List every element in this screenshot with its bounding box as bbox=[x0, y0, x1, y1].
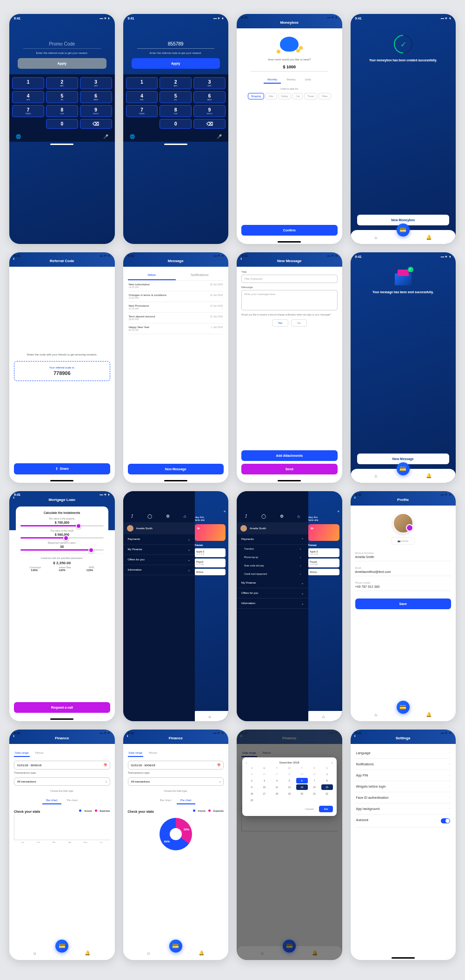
key-2[interactable]: 2ABC bbox=[46, 77, 78, 89]
setting-item[interactable]: Face ID authentication› bbox=[355, 792, 452, 803]
name-input[interactable]: Amelia Smith bbox=[355, 555, 452, 559]
tab-bar-chart[interactable]: Bar chart bbox=[42, 797, 61, 804]
cal-day[interactable]: 9 bbox=[246, 784, 258, 790]
save-button[interactable]: Save bbox=[355, 599, 452, 609]
key-0[interactable]: 0 bbox=[46, 119, 78, 129]
cal-day[interactable]: 4 bbox=[271, 778, 283, 783]
key-6[interactable]: 6MNO bbox=[80, 91, 112, 103]
logout-icon[interactable]: ⤴ bbox=[131, 514, 133, 519]
tab-date-range[interactable]: Date range bbox=[128, 750, 144, 757]
chip-hobby[interactable]: Hobby bbox=[278, 93, 291, 99]
share-button[interactable]: ⇧Share bbox=[14, 463, 110, 474]
key-5[interactable]: 5JKL bbox=[46, 91, 78, 103]
avatar[interactable] bbox=[393, 513, 413, 533]
user-icon[interactable]: ◯ bbox=[261, 514, 266, 519]
cal-day[interactable]: 11 bbox=[271, 784, 283, 790]
calendar-icon[interactable]: 📅 bbox=[217, 763, 220, 767]
period-daily[interactable]: Daily bbox=[301, 76, 315, 84]
globe-icon[interactable]: 🌐 bbox=[16, 134, 21, 139]
back-icon[interactable]: ‹ bbox=[240, 256, 242, 261]
bell-icon[interactable]: 🔔 bbox=[426, 712, 432, 717]
back-icon[interactable]: ‹ bbox=[127, 733, 128, 738]
key-1[interactable]: 1 bbox=[126, 77, 158, 89]
drawer-info[interactable]: Information⌄ bbox=[237, 599, 308, 609]
key-2[interactable]: 2ABC bbox=[159, 77, 192, 89]
promo-input[interactable]: 855789 bbox=[137, 39, 215, 49]
cal-day[interactable]: 15 bbox=[321, 784, 333, 790]
key-7[interactable]: 7PQRS bbox=[126, 105, 158, 117]
key-8[interactable]: 8TUV bbox=[46, 105, 78, 117]
user-icon[interactable]: ◯ bbox=[147, 514, 152, 519]
drawer-item[interactable]: Payments⌄ bbox=[123, 534, 195, 545]
home-icon[interactable]: ⌂ bbox=[33, 950, 36, 955]
tab-date-range[interactable]: Date range bbox=[14, 750, 30, 757]
apply-button[interactable]: Apply bbox=[18, 58, 106, 69]
fab-card-icon[interactable]: 💳 bbox=[397, 224, 410, 237]
bell-icon[interactable]: 🔔 bbox=[85, 950, 90, 955]
gear-icon[interactable]: ⚙ bbox=[280, 514, 284, 519]
key-3[interactable]: 3DEF bbox=[193, 77, 226, 89]
key-blank[interactable] bbox=[126, 119, 158, 129]
cal-day[interactable]: 10 bbox=[259, 784, 270, 790]
cal-next[interactable]: › bbox=[332, 761, 332, 764]
back-icon[interactable]: ‹ bbox=[13, 733, 14, 738]
message-item[interactable]: New Promotions10:15 AM14 Jan 2019› bbox=[128, 302, 224, 313]
mic-icon[interactable]: 🎤 bbox=[103, 134, 108, 139]
yes-button[interactable]: Yes bbox=[272, 319, 289, 327]
home-icon[interactable]: ⌂ bbox=[208, 714, 211, 719]
message-item[interactable]: Term deposit account18:40 PM12 Jan 2019› bbox=[128, 313, 224, 323]
tx-type-select[interactable]: All transactions› bbox=[14, 777, 110, 786]
setting-item[interactable]: Language› bbox=[355, 748, 452, 759]
confirm-button[interactable]: Confirm bbox=[241, 225, 338, 236]
cal-day[interactable]: 1 bbox=[321, 771, 333, 777]
message-item[interactable]: Happy New Year06:15 AM1 Jan 2019› bbox=[128, 323, 224, 334]
calendar-icon[interactable]: 📅 bbox=[104, 763, 107, 767]
tx-type-select[interactable]: All transactions› bbox=[128, 777, 224, 786]
cal-day[interactable]: 6 bbox=[296, 778, 308, 783]
chip-car[interactable]: Car bbox=[292, 93, 303, 99]
cal-day[interactable]: 17 bbox=[259, 791, 270, 796]
key-6[interactable]: 6MNO bbox=[193, 91, 226, 103]
credit-slider[interactable]: The value of the credit:$ 560,000 bbox=[20, 529, 104, 539]
drawer-item[interactable]: My Finance⌄ bbox=[123, 545, 195, 555]
back-icon[interactable]: ‹ bbox=[354, 495, 356, 500]
key-⌫[interactable]: ⌫ bbox=[80, 119, 112, 129]
cal-day[interactable]: 18 bbox=[271, 791, 283, 796]
chip-kids[interactable]: Kids bbox=[266, 93, 277, 99]
cal-day[interactable]: 16 bbox=[246, 791, 258, 796]
fab-card-icon[interactable]: 💳 bbox=[169, 940, 182, 953]
logout-icon[interactable]: ⤴ bbox=[245, 514, 247, 519]
property-slider[interactable]: The value of the property:$ 700,000 bbox=[20, 517, 104, 526]
bell-icon[interactable]: 🔔 bbox=[426, 235, 432, 240]
drawer-item[interactable]: Information⌄ bbox=[123, 565, 195, 575]
key-7[interactable]: 7PQRS bbox=[12, 105, 44, 117]
drawer-subitem[interactable]: Phone top-up› bbox=[237, 553, 308, 561]
drawer-subitem[interactable]: Scan code and pay› bbox=[237, 561, 308, 570]
send-button[interactable]: Send bbox=[241, 464, 338, 474]
tab-period[interactable]: Period bbox=[34, 750, 44, 757]
home-icon[interactable]: ⌂ bbox=[147, 950, 150, 955]
key-5[interactable]: 5JKL bbox=[159, 91, 192, 103]
fab-card-icon[interactable]: 💳 bbox=[55, 940, 68, 953]
setting-item[interactable]: App PIN› bbox=[355, 770, 452, 781]
cal-day[interactable]: 7 bbox=[309, 778, 320, 783]
attach-button[interactable]: Add Attachments bbox=[241, 450, 338, 461]
cal-day[interactable]: 2 bbox=[246, 778, 258, 783]
gear-icon[interactable]: ⚙ bbox=[166, 514, 170, 519]
autolock-toggle[interactable] bbox=[441, 818, 450, 823]
setting-item[interactable]: Notifications› bbox=[355, 759, 452, 770]
setting-item[interactable]: Widgets before login› bbox=[355, 781, 452, 792]
date-range-input[interactable]: 01/01/18 - 30/06/18📅 bbox=[128, 761, 224, 770]
apply-button[interactable]: Apply bbox=[132, 58, 220, 69]
cal-set[interactable]: Set bbox=[319, 806, 332, 812]
chip-other[interactable]: Other bbox=[319, 93, 331, 99]
drawer-subitem[interactable]: Credit card repayment› bbox=[237, 570, 308, 578]
key-blank[interactable] bbox=[12, 119, 44, 129]
key-4[interactable]: 4GHI bbox=[12, 91, 44, 103]
back-icon[interactable]: ‹ bbox=[354, 733, 356, 738]
fab-card-icon[interactable]: 💳 bbox=[397, 701, 410, 714]
tab-inbox[interactable]: Inbox bbox=[128, 270, 176, 280]
bell-icon[interactable]: 🔔 bbox=[199, 950, 204, 955]
request-call-button[interactable]: Request a call bbox=[14, 702, 110, 713]
key-9[interactable]: 9WXYZ bbox=[80, 105, 112, 117]
